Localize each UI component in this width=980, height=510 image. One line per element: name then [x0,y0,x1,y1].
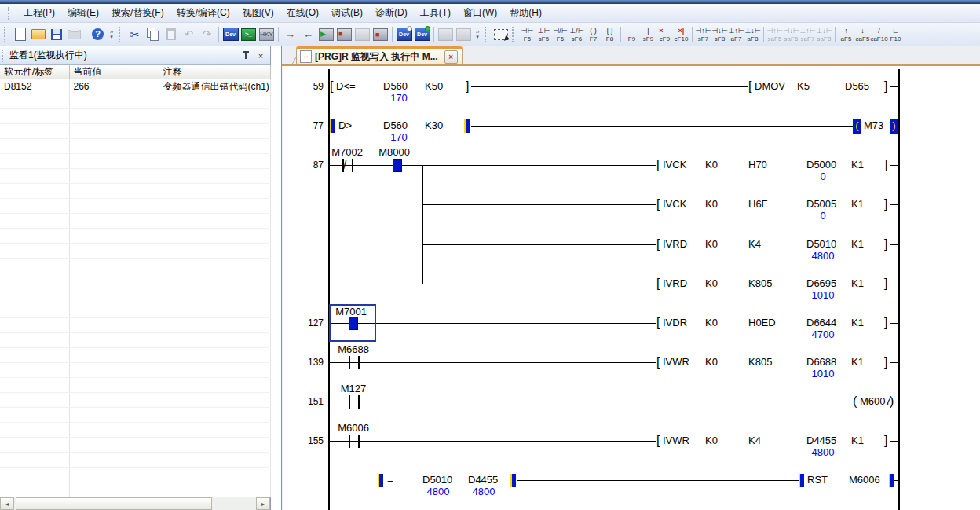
watch-empty-cell[interactable] [69,244,159,259]
toolbar-overflow-button[interactable]: ››▾ [107,26,116,43]
key-monitor-button[interactable]: HKY [258,25,276,43]
energized-compare-bracket[interactable] [464,119,470,133]
watch-empty-row[interactable] [0,318,270,333]
operand[interactable]: D6688 [806,356,836,369]
coil-device[interactable]: M73 [864,119,883,132]
ladder-falling-pulse-button[interactable]: ⊣↓⊢sF8 [711,27,728,42]
scrollbar-thumb[interactable]: ··· [16,497,212,510]
no-contact-bar[interactable] [349,435,350,448]
watch-empty-cell[interactable] [69,393,159,408]
operand[interactable]: K1 [851,238,864,251]
ladder-down-button[interactable]: ↓caF5 [854,27,871,42]
watch-empty-cell[interactable] [69,214,159,229]
watch-empty-row[interactable] [0,229,270,244]
watch-empty-cell[interactable] [0,453,69,468]
watch-empty-cell[interactable] [69,348,159,363]
watch-empty-cell[interactable] [0,244,69,259]
device-monitor-button[interactable]: Dev [221,25,240,43]
no-contact-bar[interactable] [349,356,350,369]
watch-empty-cell[interactable] [159,244,270,259]
col-current-value[interactable]: 当前值 [69,65,159,79]
operand[interactable]: K805 [748,356,772,369]
instruction-name[interactable]: IVRD [663,238,687,251]
energized-contact[interactable] [393,159,402,172]
device-watch2-button[interactable]: Dev [413,25,431,43]
energized-coil-paren[interactable]: ) [890,119,898,134]
col-comment[interactable]: 注释 [159,65,270,79]
device-watch1-button[interactable]: Dev [395,25,413,43]
watch-empty-cell[interactable] [0,303,69,318]
ladder-pulse-ne-button[interactable]: ⊥↑⊢saF7 [799,27,816,42]
operand[interactable]: K4 [748,238,761,251]
monitor-stop-all-button[interactable]: ■ [371,25,389,43]
energized-coil-paren[interactable]: ( [853,119,861,134]
device-token[interactable]: K50 [425,80,443,93]
watch-empty-cell[interactable] [0,214,69,229]
watch-empty-cell[interactable] [0,259,69,273]
watch-empty-cell[interactable] [0,333,69,348]
watch-empty-cell[interactable] [69,94,159,109]
device-token[interactable]: K30 [425,119,443,132]
operand[interactable]: K5 [797,80,810,93]
instruction-name[interactable]: RST [807,474,828,486]
monitor-start-button[interactable]: ▶ [317,25,335,43]
col-device-label[interactable]: 软元件/标签 [0,65,69,79]
device-token[interactable]: D5010 [422,474,452,486]
ladder-hline-button[interactable]: —F9 [623,27,640,42]
menu-convert-compile[interactable]: 转换/编译(C) [170,4,236,22]
device-token[interactable]: D560 [383,119,408,132]
menu-tools[interactable]: 工具(T) [414,4,457,22]
watch-empty-cell[interactable] [0,318,69,333]
watch-empty-cell[interactable] [159,273,270,288]
watch-empty-cell[interactable] [69,408,159,423]
watch-empty-cell[interactable] [0,468,69,482]
watch-empty-row[interactable] [0,214,270,229]
watch-empty-cell[interactable] [159,393,270,408]
ladder-coil-button[interactable]: ( )F7 [585,27,602,42]
energized-compare-bracket[interactable] [510,474,516,487]
watch-empty-cell[interactable] [0,423,69,438]
energized-compare-bracket[interactable] [330,119,335,133]
watch-empty-cell[interactable] [69,199,159,214]
monitor-pause-button[interactable] [353,25,371,43]
watch-empty-cell[interactable] [159,94,270,109]
watch-empty-cell[interactable] [69,438,159,453]
watch-empty-row[interactable] [0,244,270,259]
pin-panel-button[interactable] [240,50,252,61]
watch-empty-cell[interactable] [69,184,159,199]
open-project-button[interactable] [29,25,47,43]
no-contact-bar[interactable] [358,435,360,448]
instruction-name[interactable]: DMOV [755,80,785,93]
operand[interactable]: D565 [845,80,869,93]
watch-empty-cell[interactable] [159,139,270,154]
energized-compare-bracket[interactable] [378,474,383,487]
copy-button[interactable] [144,25,162,43]
instruction-name[interactable]: IVRD [663,277,687,290]
operand[interactable]: K1 [851,159,864,171]
watch-empty-cell[interactable] [69,303,159,318]
watch-empty-cell[interactable] [69,109,159,124]
watch-empty-cell[interactable] [69,259,159,273]
watch-empty-row[interactable] [0,333,270,348]
watch-empty-row[interactable] [0,154,270,169]
menu-window[interactable]: 窗口(W) [457,4,503,22]
operand[interactable]: K1 [851,198,864,211]
window-tile-button[interactable] [437,25,455,43]
operand[interactable]: H70 [748,159,767,171]
watch-empty-row[interactable] [0,408,270,423]
watch-empty-row[interactable] [0,139,270,154]
watch-empty-cell[interactable] [159,184,270,199]
tab-close-button[interactable]: × [444,50,458,64]
operand[interactable]: K0 [705,277,718,290]
ladder-up-button[interactable]: ↑aF5 [838,27,854,42]
watch-empty-cell[interactable] [159,423,270,438]
menu-find-replace[interactable]: 搜索/替换(F) [105,4,170,22]
watch-empty-row[interactable] [0,438,270,453]
operand[interactable]: K1 [851,356,864,369]
operand[interactable]: K0 [705,198,718,211]
operand[interactable]: K805 [748,277,772,290]
operand[interactable]: D6695 [806,277,836,290]
watch-empty-row[interactable] [0,288,270,303]
watch-empty-cell[interactable] [159,288,270,303]
ladder-instruction-button[interactable]: { }F8 [602,27,618,42]
